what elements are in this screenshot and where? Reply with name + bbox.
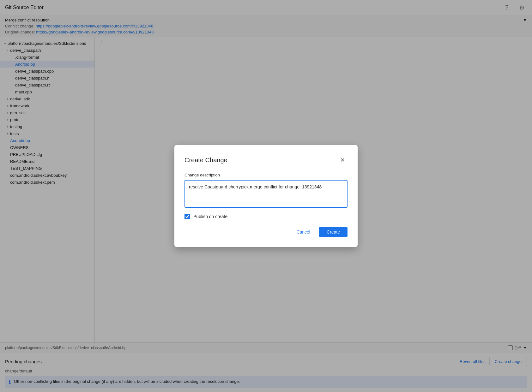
- modal-overlay: Create Change ✕ Change description Publi…: [0, 0, 532, 392]
- modal-header: Create Change ✕: [184, 155, 348, 165]
- modal-close-button[interactable]: ✕: [337, 155, 348, 165]
- modal-cancel-button[interactable]: Cancel: [291, 227, 315, 237]
- create-change-modal: Create Change ✕ Change description Publi…: [174, 145, 358, 247]
- publish-label: Publish on create: [193, 214, 227, 219]
- modal-actions: Cancel Create: [184, 227, 348, 237]
- description-label: Change description: [184, 173, 348, 177]
- publish-checkbox[interactable]: [184, 214, 190, 219]
- description-textarea[interactable]: [184, 180, 348, 208]
- modal-create-button[interactable]: Create: [319, 227, 348, 237]
- close-icon: ✕: [340, 156, 345, 164]
- modal-title: Create Change: [184, 157, 227, 164]
- publish-row: Publish on create: [184, 214, 348, 219]
